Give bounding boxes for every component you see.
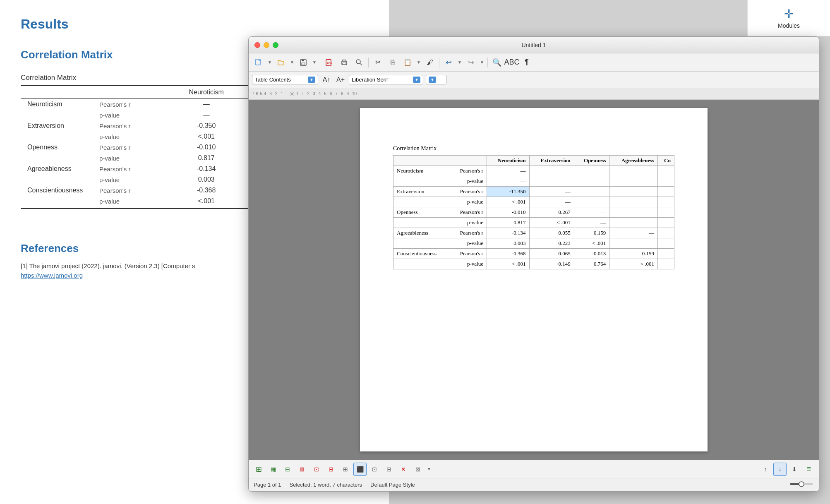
table-btn6[interactable]: ⊟ — [324, 463, 338, 476]
row-cell: 0.065 — [529, 249, 574, 259]
row-cell — [529, 166, 574, 176]
print-button[interactable] — [338, 56, 351, 69]
grow-font-button[interactable]: A↑ — [321, 74, 332, 86]
row-cell — [574, 176, 609, 187]
redo-dropdown[interactable]: ▼ — [479, 56, 485, 69]
close-button[interactable] — [254, 42, 260, 48]
table-btn8[interactable]: ⬛ — [353, 463, 367, 476]
row-cell — [658, 218, 674, 228]
new-doc-button[interactable] — [252, 56, 265, 69]
table-btn12[interactable]: ⊠ — [411, 463, 425, 476]
font-size-select[interactable]: ▼ — [426, 75, 446, 84]
pilcrow-button[interactable]: ¶ — [520, 56, 533, 69]
save-button[interactable] — [297, 56, 310, 69]
row-cell — [658, 176, 674, 187]
insert-table-button[interactable]: ⊞ — [252, 463, 265, 476]
spell-check-button[interactable]: ABC — [505, 56, 518, 69]
stat-type: p-value — [95, 131, 166, 142]
row-col-controls: ↑ ↓ ⬇ ≡ — [759, 463, 816, 476]
row-up-button[interactable]: ↑ — [759, 463, 772, 476]
table-btn10[interactable]: ⊟ — [382, 463, 396, 476]
table-btn5[interactable]: ⊡ — [310, 463, 323, 476]
paste-button[interactable]: 📋 — [401, 56, 414, 69]
table-header-row: Neuroticism Extraversion Openness Agreea… — [393, 156, 674, 166]
ruler: 7 6 5 4 3 2 1 ✕ 1 ↑ 2 3 4 5 6 7 8 9 10 — [249, 88, 819, 100]
modules-icon: ✛ — [784, 7, 794, 21]
formatting-toolbar: Table Contents ▼ A↑ A+ Liberation Serif … — [249, 72, 819, 88]
row-cell: — — [487, 166, 529, 176]
undo-dropdown[interactable]: ▼ — [457, 56, 463, 69]
row-cell: 0.764 — [574, 259, 609, 269]
table-btn2[interactable]: ▦ — [266, 463, 280, 476]
row-cell — [574, 166, 609, 176]
svg-line-9 — [360, 63, 362, 65]
row-cell: -0.134 — [487, 228, 529, 238]
row-stat: p-value — [450, 176, 487, 187]
table-row: Openness Pearson's r -0.010 0.267 — — [393, 207, 674, 218]
main-toolbar: ▼ ▼ ▼ PDF ✂ ⎘ 📋 ▼ 🖌 ↩ ▼ ↪ ▼ 🔍 ABC ¶ — [249, 53, 819, 72]
table-btn9[interactable]: ⊡ — [368, 463, 381, 476]
cut-button[interactable]: ✂ — [371, 56, 384, 69]
find-button[interactable] — [353, 56, 366, 69]
svg-text:PDF: PDF — [327, 62, 332, 65]
font-select[interactable]: Liberation Serif ▼ — [349, 75, 423, 84]
minimize-button[interactable] — [264, 42, 269, 48]
save-dropdown[interactable]: ▼ — [312, 56, 317, 69]
table-btn-dropdown[interactable]: ▼ — [426, 463, 432, 476]
row-cell — [574, 187, 609, 197]
var-name — [21, 110, 95, 120]
align-bottom-button[interactable]: ⬇ — [788, 463, 801, 476]
page-status: Page 1 of 1 — [254, 482, 281, 488]
undo-button[interactable]: ↩ — [442, 56, 455, 69]
stat-type: p-value — [95, 153, 166, 163]
row-cell-selected[interactable]: -11.350 — [487, 187, 529, 197]
row-cell: < .001 — [487, 197, 529, 207]
style-select[interactable]: Table Contents ▼ — [252, 75, 318, 84]
svg-rect-2 — [302, 60, 304, 61]
reference-link[interactable]: https://www.jamovi.org — [21, 272, 83, 279]
format-brush-button[interactable]: 🖌 — [423, 56, 437, 69]
row-stat: Pearson's r — [450, 207, 487, 218]
doc-table-title: Correlation Matrix — [393, 145, 674, 152]
copy-button[interactable]: ⎘ — [386, 56, 399, 69]
cell-value: — — [166, 99, 247, 110]
status-bar: Page 1 of 1 Selected: 1 word, 7 characte… — [249, 478, 819, 491]
document-area[interactable]: Correlation Matrix Neuroticism Extravers… — [249, 100, 819, 460]
open-dropdown[interactable]: ▼ — [289, 56, 295, 69]
row-cell: < .001 — [609, 259, 658, 269]
row-stat: Pearson's r — [450, 187, 487, 197]
shrink-font-button[interactable]: A+ — [335, 74, 346, 86]
traffic-lights — [254, 42, 278, 48]
redo-button[interactable]: ↪ — [464, 56, 477, 69]
align-right-button[interactable]: ≡ — [802, 463, 816, 476]
modules-label: Modules — [778, 22, 800, 29]
row-cell: -0.013 — [574, 249, 609, 259]
row-var — [393, 259, 450, 269]
table-btn3[interactable]: ⊟ — [281, 463, 294, 476]
table-row: Extraversion Pearson's r -11.350 — — [393, 187, 674, 197]
col-header-empty2 — [95, 86, 166, 99]
maximize-button[interactable] — [273, 42, 278, 48]
paste-dropdown[interactable]: ▼ — [416, 56, 422, 69]
export-pdf-button[interactable]: PDF — [323, 56, 336, 69]
row-cell — [658, 228, 674, 238]
results-title: Results — [21, 17, 368, 32]
selection-status: Selected: 1 word, 7 characters — [290, 482, 362, 488]
svg-rect-3 — [302, 63, 305, 65]
separator — [368, 58, 369, 67]
open-button[interactable] — [274, 56, 288, 69]
new-dropdown[interactable]: ▼ — [267, 56, 273, 69]
table-btn11[interactable]: ✕ — [397, 463, 410, 476]
row-var: Openness — [393, 207, 450, 218]
row-down-button[interactable]: ↓ — [773, 463, 787, 476]
stat-type: p-value — [95, 174, 166, 185]
find2-button[interactable]: 🔍 — [490, 56, 504, 69]
table-btn4[interactable]: ⊠ — [295, 463, 309, 476]
stat-type: Pearson's r — [95, 120, 166, 131]
row-cell — [609, 166, 658, 176]
table-btn7[interactable]: ⊞ — [339, 463, 352, 476]
row-stat: Pearson's r — [450, 166, 487, 176]
cell-value: 0.817 — [166, 153, 247, 163]
th-agreeableness: Agreeableness — [609, 156, 658, 166]
modules-panel[interactable]: ✛ Modules — [747, 0, 830, 36]
